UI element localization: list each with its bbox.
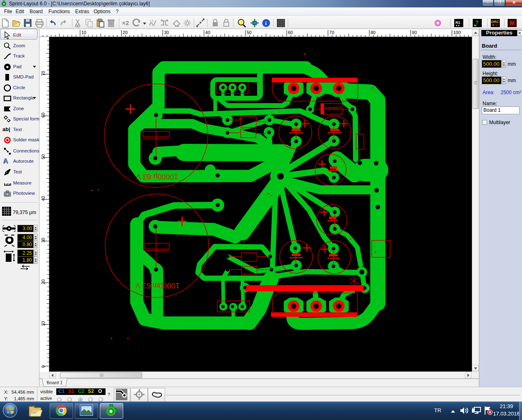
svg-text:?: ? xyxy=(476,20,478,25)
svg-text:10000µ 63 V: 10000µ 63 V xyxy=(136,173,178,181)
svg-text:10000m 63 V: 10000m 63 V xyxy=(136,282,179,290)
svg-text:10: 10 xyxy=(81,30,86,35)
svg-text:60: 60 xyxy=(41,113,46,118)
svg-text:DRC: DRC xyxy=(491,20,499,24)
svg-text:30: 30 xyxy=(41,238,46,242)
svg-text:30: 30 xyxy=(164,30,169,35)
svg-text:×2: ×2 xyxy=(122,19,129,26)
svg-text:10: 10 xyxy=(41,321,46,326)
svg-text:40: 40 xyxy=(205,30,210,35)
svg-text:50: 50 xyxy=(41,154,46,159)
svg-text:50: 50 xyxy=(246,30,251,35)
svg-text:60: 60 xyxy=(288,30,293,35)
svg-text:1N400X: 1N400X xyxy=(324,106,341,111)
svg-text:40: 40 xyxy=(41,196,46,201)
svg-text:M: M xyxy=(510,20,515,26)
svg-text:70: 70 xyxy=(329,30,334,35)
svg-text:70: 70 xyxy=(41,71,46,76)
svg-text:80: 80 xyxy=(370,30,375,35)
svg-text:i: i xyxy=(265,20,267,26)
svg-text:R1: R1 xyxy=(455,21,460,25)
svg-text:0: 0 xyxy=(41,365,46,368)
svg-text:100: 100 xyxy=(453,30,460,35)
svg-text:90: 90 xyxy=(412,30,417,35)
svg-text:20: 20 xyxy=(123,30,128,35)
svg-text:20: 20 xyxy=(41,279,46,284)
